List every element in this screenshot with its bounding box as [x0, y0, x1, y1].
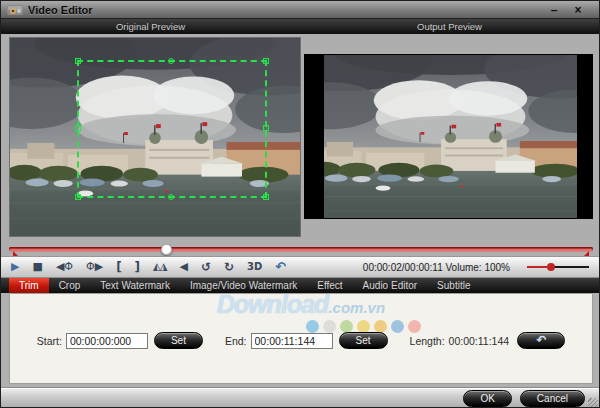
- undo-icon: ↶: [275, 259, 286, 274]
- length-value: 00:00:11:144: [449, 335, 510, 347]
- app-icon: [7, 4, 23, 16]
- crop-handle-top-right[interactable]: [263, 58, 269, 64]
- start-time-input[interactable]: [66, 333, 148, 349]
- volume-slider[interactable]: [527, 262, 589, 272]
- video-editor-window: Video Editor – × Original Preview Output…: [0, 0, 600, 408]
- start-label: Start:: [37, 335, 62, 347]
- crop-handle-top-middle[interactable]: [168, 58, 174, 64]
- tab-subtitle[interactable]: Subtitle: [427, 278, 480, 293]
- set-end-button[interactable]: Set: [339, 332, 388, 349]
- flip-horizontal-button[interactable]: ◭◮: [153, 258, 166, 276]
- time-display: 00:00:02/00:00:11: [363, 262, 443, 273]
- seek-knob[interactable]: [161, 244, 172, 255]
- step-forward-button[interactable]: Φ▶: [86, 258, 103, 276]
- minimize-button[interactable]: –: [547, 3, 561, 17]
- rotate-right-icon: ↻: [224, 260, 234, 274]
- mark-out-icon: ]: [135, 260, 140, 274]
- seek-track[interactable]: [9, 247, 593, 252]
- volume-track[interactable]: [527, 266, 589, 268]
- undo-button[interactable]: ↶: [275, 258, 286, 276]
- step-backward-button[interactable]: ◀Φ: [56, 258, 73, 276]
- editor-tab-bar: Trim Crop Text Watermark Image/Video Wat…: [1, 278, 599, 293]
- original-preview-pane: [9, 37, 301, 237]
- mark-in-button[interactable]: [: [116, 258, 121, 276]
- crop-handle-bottom-left[interactable]: [75, 194, 81, 200]
- flip-horizontal-icon: ◭◮: [153, 261, 166, 272]
- tab-trim[interactable]: Trim: [9, 278, 49, 293]
- flip-vertical-icon: ◀: [179, 260, 187, 273]
- stop-icon: ■: [32, 260, 42, 273]
- resize-grip[interactable]: [588, 398, 598, 408]
- cancel-button[interactable]: Cancel: [520, 390, 585, 407]
- watermark-suffix-text: .com.vn: [328, 299, 385, 316]
- flip-vertical-button[interactable]: ◀: [179, 258, 187, 276]
- tab-audio-editor[interactable]: Audio Editor: [353, 278, 427, 293]
- transport-toolbar: ▶ ■ ◀Φ Φ▶ [ ] ◭◮ ◀ ↺ ↻ 3D ↶ 00:00:02/00:…: [1, 256, 599, 278]
- trim-controls-row: Start: Set End: Set Length: 00:00:11:144…: [10, 332, 592, 349]
- three-d-button[interactable]: 3D: [247, 258, 262, 276]
- length-label: Length:: [410, 335, 445, 347]
- seek-timeline: [9, 245, 593, 256]
- output-video-frame: [324, 55, 577, 218]
- trim-panel: Download.com.vn Start: Set End: Set: [9, 293, 593, 384]
- title-bar: Video Editor – ×: [1, 1, 599, 19]
- rotate-left-button[interactable]: ↺: [201, 258, 211, 276]
- tab-crop[interactable]: Crop: [49, 278, 91, 293]
- crop-handle-middle-right[interactable]: [263, 125, 269, 131]
- three-d-icon: 3D: [247, 261, 262, 272]
- time-volume-status: 00:00:02/00:00:11 Volume: 100%: [363, 262, 510, 273]
- tab-text-watermark[interactable]: Text Watermark: [90, 278, 180, 293]
- step-forward-icon: Φ▶: [86, 260, 103, 273]
- crop-handle-bottom-right[interactable]: [263, 194, 269, 200]
- preview-stage: [1, 34, 600, 256]
- ok-button[interactable]: OK: [463, 390, 511, 407]
- preview-header-strip: Original Preview Output Preview: [1, 19, 599, 34]
- crop-handle-top-left[interactable]: [75, 58, 81, 64]
- window-title: Video Editor: [28, 4, 93, 16]
- reset-undo-icon: ↶: [536, 333, 546, 347]
- volume-label: Volume:: [446, 262, 482, 273]
- volume-value: 100%: [484, 262, 510, 273]
- tab-effect[interactable]: Effect: [307, 278, 352, 293]
- site-watermark: Download.com.vn: [217, 293, 385, 319]
- end-time-input[interactable]: [251, 333, 333, 349]
- main-area: Download.com.vn Start: Set End: Set: [1, 293, 599, 387]
- step-backward-icon: ◀Φ: [56, 260, 73, 273]
- crop-handle-bottom-middle[interactable]: [168, 194, 174, 200]
- mark-out-button[interactable]: ]: [135, 258, 140, 276]
- volume-knob[interactable]: [547, 263, 555, 271]
- close-button[interactable]: ×: [571, 3, 585, 17]
- rotate-left-icon: ↺: [201, 260, 211, 274]
- mark-in-icon: [: [116, 260, 121, 274]
- tab-image-video-watermark[interactable]: Image/Video Watermark: [180, 278, 307, 293]
- rotate-right-button[interactable]: ↻: [224, 258, 234, 276]
- set-start-button[interactable]: Set: [154, 332, 203, 349]
- output-preview-pane: [304, 54, 593, 219]
- watermark-main-text: Download: [217, 293, 328, 318]
- footer-bar: OK Cancel: [1, 387, 599, 408]
- reset-trim-button[interactable]: ↶: [517, 332, 565, 349]
- output-preview-label: Output Preview: [300, 19, 599, 34]
- crop-handle-middle-left[interactable]: [75, 125, 81, 131]
- end-label: End:: [225, 335, 247, 347]
- original-preview-label: Original Preview: [1, 19, 300, 34]
- play-button[interactable]: ▶: [11, 258, 19, 276]
- stop-button[interactable]: ■: [32, 258, 42, 276]
- crop-selection[interactable]: [77, 60, 267, 198]
- play-icon: ▶: [11, 260, 19, 273]
